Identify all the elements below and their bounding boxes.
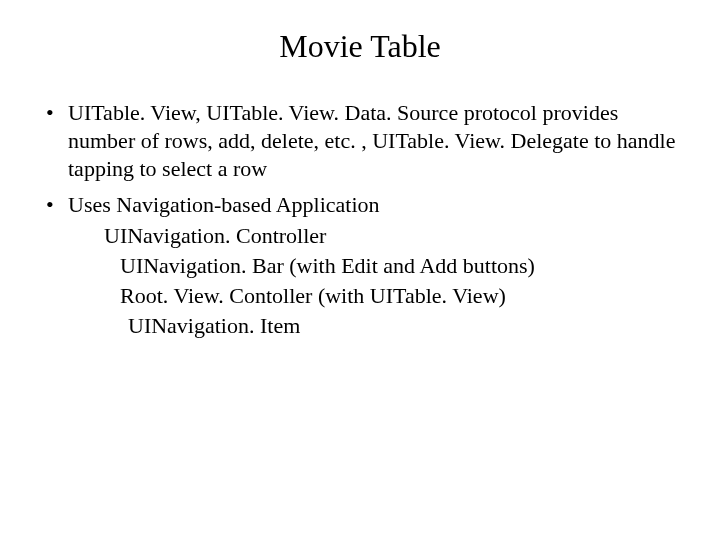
sub-item: Root. View. Contoller (with UITable. Vie… [68, 282, 680, 310]
sub-item: UINavigation. Bar (with Edit and Add but… [68, 252, 680, 280]
bullet-item: UITable. View, UITable. View. Data. Sour… [40, 99, 680, 183]
sub-item: UINavigation. Controller [68, 222, 680, 250]
bullet-list: UITable. View, UITable. View. Data. Sour… [40, 99, 680, 340]
sub-item: UINavigation. Item [68, 312, 680, 340]
bullet-text: UITable. View, UITable. View. Data. Sour… [68, 100, 675, 181]
slide-body: UITable. View, UITable. View. Data. Sour… [0, 99, 720, 340]
bullet-text: Uses Navigation-based Application [68, 192, 380, 217]
slide: Movie Table UITable. View, UITable. View… [0, 28, 720, 540]
bullet-item: Uses Navigation-based Application UINavi… [40, 191, 680, 340]
slide-title: Movie Table [0, 28, 720, 65]
